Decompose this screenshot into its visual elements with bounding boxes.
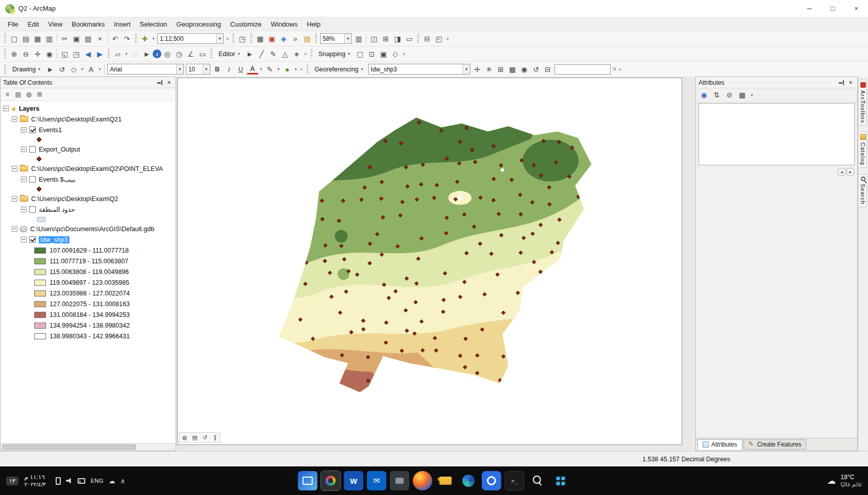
side-tab-search[interactable]: Search bbox=[859, 174, 867, 207]
word-app-icon[interactable]: W bbox=[344, 471, 364, 490]
draw-select-button[interactable]: ► bbox=[44, 63, 56, 75]
rotation-stepper[interactable]: ⇅ bbox=[612, 63, 617, 75]
menu-customize[interactable]: Customize bbox=[226, 18, 266, 30]
modelbuilder-button[interactable]: ◈ bbox=[278, 33, 290, 44]
list-by-drawing-order-button[interactable]: ≡ bbox=[2, 89, 13, 100]
font-size-combo[interactable]: 10▾ bbox=[186, 64, 210, 75]
menu-insert[interactable]: Insert bbox=[109, 18, 135, 30]
georef-options-button[interactable]: ⊟ bbox=[542, 63, 553, 75]
legend-item[interactable]: 123.0035986 - 127.0022074 bbox=[1, 288, 176, 299]
clear-attributes-button[interactable]: ⊘ bbox=[724, 89, 735, 101]
line-color-dropdown[interactable]: ▾ bbox=[276, 63, 281, 75]
collapse-expander-icon[interactable] bbox=[21, 237, 27, 242]
menu-windows[interactable]: Windows bbox=[266, 18, 302, 30]
collapse-expander-icon[interactable] bbox=[21, 177, 27, 182]
language-indicator[interactable]: ENG bbox=[90, 478, 103, 484]
collapse-expander-icon[interactable] bbox=[3, 106, 9, 111]
legend-item[interactable]: 127.0022075 - 131.0008163 bbox=[1, 299, 176, 309]
legend-swatch[interactable] bbox=[34, 269, 46, 275]
menu-file[interactable]: File bbox=[3, 18, 23, 30]
edge-app-icon[interactable] bbox=[459, 471, 478, 490]
layer-filter-dropdown[interactable]: ▾ bbox=[749, 89, 755, 101]
menu-geoprocessing[interactable]: Geoprocessing bbox=[172, 18, 225, 30]
new-map-button[interactable]: ▢ bbox=[8, 33, 20, 44]
data-frame-button[interactable]: ⊞ bbox=[380, 33, 392, 44]
list-by-source-button[interactable]: ▤ bbox=[13, 89, 23, 100]
pan-button[interactable]: ✛ bbox=[32, 48, 43, 60]
list-by-selection-button[interactable]: ⊞ bbox=[34, 89, 45, 100]
fixed-zoom-out-button[interactable]: ◳ bbox=[70, 48, 82, 60]
toolbar-overflow-button[interactable]: » bbox=[299, 64, 304, 75]
collapse-expander-icon[interactable] bbox=[21, 207, 27, 212]
find-button[interactable]: ◎ bbox=[161, 48, 173, 60]
full-extent-button[interactable]: ◉ bbox=[43, 48, 55, 60]
edit-tool-button[interactable]: ► bbox=[244, 48, 256, 60]
maximize-button[interactable]: □ bbox=[821, 0, 845, 17]
data-view-button[interactable]: ◍ bbox=[180, 433, 189, 442]
create-features-button[interactable]: ∗ bbox=[291, 48, 303, 60]
idw-surface-map[interactable] bbox=[178, 78, 682, 444]
draw-shape-button[interactable]: ◇ bbox=[68, 63, 80, 75]
layer-filter-button[interactable]: ▦ bbox=[736, 89, 748, 101]
swipe-layer-button[interactable]: ◨ bbox=[392, 33, 403, 44]
legend-swatch[interactable] bbox=[34, 301, 46, 307]
view-link-table-button[interactable]: ▦ bbox=[507, 63, 518, 75]
chat-camera-app-icon[interactable] bbox=[482, 471, 501, 490]
collapse-expander-icon[interactable] bbox=[12, 196, 17, 202]
underline-button[interactable]: U bbox=[235, 63, 247, 75]
polygon-symbol-swatch[interactable] bbox=[37, 217, 45, 222]
forward-extent-button[interactable]: ▶ bbox=[94, 48, 106, 60]
cast-icon[interactable] bbox=[78, 478, 85, 484]
undo-button[interactable]: ↶ bbox=[109, 33, 121, 44]
toc-group-row[interactable]: C:\Users\pc\Desktop\Exam\Q21 bbox=[1, 114, 176, 125]
search-highlight-app-icon[interactable] bbox=[321, 471, 341, 490]
arctoolbox-window-button[interactable]: ▣ bbox=[266, 33, 278, 44]
drawing-menu[interactable]: Drawing▾ bbox=[8, 64, 44, 75]
tab-attributes[interactable]: Attributes bbox=[697, 439, 742, 450]
search-app-icon[interactable] bbox=[528, 471, 547, 490]
layer-symbol-row[interactable] bbox=[1, 215, 176, 224]
georef-rotate-button[interactable]: ◉ bbox=[518, 63, 530, 75]
layer-visibility-checkbox[interactable] bbox=[29, 236, 36, 243]
legend-item[interactable]: 138.9980343 - 142.9966431 bbox=[1, 331, 176, 341]
refresh-view-button[interactable]: ↺ bbox=[201, 433, 209, 442]
sort-attributes-button[interactable]: ⇅ bbox=[711, 89, 722, 101]
zoom-out-button[interactable]: ⊖ bbox=[20, 48, 32, 60]
html-popup-button[interactable]: ▭ bbox=[197, 48, 208, 60]
toc-group-row[interactable]: C:\Users\pc\Desktop\Exam\Q2 bbox=[1, 193, 176, 204]
toc-layer-row[interactable]: Events1 bbox=[1, 125, 176, 135]
map-scale-combo[interactable]: 1:12,500▾ bbox=[157, 33, 224, 44]
legend-item[interactable]: 111.0077719 - 115.0063807 bbox=[1, 256, 176, 266]
layer-visibility-checkbox[interactable] bbox=[29, 206, 36, 213]
georeferencing-layer-combo[interactable]: Idw_shp3▾ bbox=[368, 64, 470, 75]
layer-symbol-row[interactable] bbox=[1, 185, 176, 193]
browser-sphere-app-icon[interactable] bbox=[413, 471, 432, 490]
side-tab-catalog[interactable]: Catalog bbox=[859, 132, 867, 168]
editor-menu[interactable]: Editor▾ bbox=[214, 48, 244, 60]
legend-swatch[interactable] bbox=[34, 258, 46, 264]
chevron-down-icon[interactable]: ▾ bbox=[203, 64, 210, 74]
legend-item[interactable]: 115.0063808 - 119.0049896 bbox=[1, 266, 176, 277]
snapping-menu[interactable]: Snapping▾ bbox=[315, 48, 354, 60]
toc-layer-row[interactable]: Export_Output bbox=[1, 144, 176, 155]
toc-horizontal-scrollbar[interactable] bbox=[1, 443, 176, 451]
notification-badge[interactable]: ١٣ bbox=[6, 477, 18, 485]
photos-app-icon[interactable] bbox=[298, 471, 318, 490]
volume-icon[interactable] bbox=[66, 478, 73, 484]
layer-symbol-row[interactable] bbox=[1, 135, 176, 144]
zoom-percent-combo[interactable]: 58%▾ bbox=[320, 33, 352, 44]
back-extent-button[interactable]: ◀ bbox=[82, 48, 94, 60]
font-color-dropdown[interactable]: ▾ bbox=[258, 63, 264, 75]
zoom-in-button[interactable]: ⊕ bbox=[8, 48, 20, 60]
rotate-element-button[interactable]: ↺ bbox=[56, 63, 68, 75]
point-symbol-swatch[interactable] bbox=[37, 157, 42, 162]
overview-window-button[interactable]: ▭ bbox=[403, 33, 415, 44]
menu-help[interactable]: Help bbox=[302, 18, 325, 30]
add-data-button[interactable]: ✚ bbox=[139, 33, 151, 44]
layer-visibility-checkbox[interactable] bbox=[29, 176, 36, 183]
legend-swatch[interactable] bbox=[34, 312, 46, 318]
point-symbol-swatch[interactable] bbox=[37, 137, 42, 142]
toolbar-overflow-button[interactable]: » bbox=[401, 48, 407, 60]
text-tool-button[interactable]: A bbox=[85, 63, 97, 75]
fill-color-dropdown[interactable]: ▾ bbox=[293, 63, 299, 75]
